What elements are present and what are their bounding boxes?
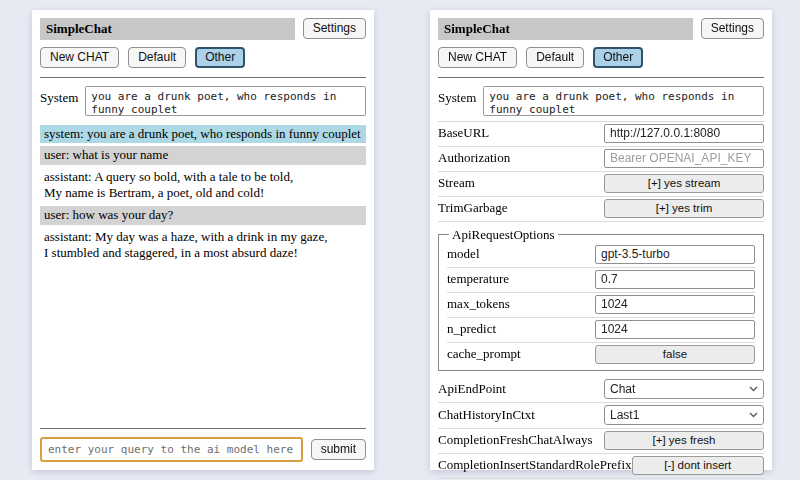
- divider: [438, 77, 764, 78]
- chat-message-user: user: what is your name: [40, 146, 366, 165]
- app-title: SimpleChat: [40, 18, 295, 40]
- chat-message-assistant: assistant: My day was a haze, with a dri…: [40, 228, 366, 263]
- setting-row-cache-prompt: cache_prompt false: [447, 343, 755, 367]
- new-chat-button[interactable]: New CHAT: [40, 47, 119, 68]
- setting-row-chathistoryinctxt: ChatHistoryInCtxt Last1: [438, 403, 764, 429]
- setting-row-completioninsertstandardroleprefix: CompletionInsertStandardRolePrefix [-] d…: [438, 454, 764, 479]
- temperature-label: temperature: [447, 271, 595, 287]
- settings-button[interactable]: Settings: [701, 18, 764, 39]
- stream-label: Stream: [438, 175, 604, 191]
- header: SimpleChat Settings: [40, 18, 366, 40]
- session-default-button[interactable]: Default: [526, 47, 584, 68]
- temperature-input[interactable]: [595, 270, 755, 289]
- chat-message-assistant: assistant: A query so bold, with a tale …: [40, 168, 366, 203]
- submit-button[interactable]: submit: [311, 439, 366, 460]
- system-label: System: [438, 86, 476, 106]
- max-tokens-input[interactable]: [595, 295, 755, 314]
- setting-row-apiendpoint: ApiEndPoint Chat: [438, 377, 764, 403]
- baseurl-label: BaseURL: [438, 125, 604, 141]
- model-label: model: [447, 246, 595, 262]
- page: SimpleChat Settings New CHAT Default Oth…: [0, 0, 800, 480]
- chathistoryinctxt-label: ChatHistoryInCtxt: [438, 407, 604, 423]
- setting-row-n-predict: n_predict: [447, 318, 755, 343]
- divider: [40, 77, 366, 78]
- session-buttons: New CHAT Default Other: [40, 47, 366, 68]
- settings-button[interactable]: Settings: [303, 18, 366, 39]
- setting-row-max-tokens: max_tokens: [447, 293, 755, 318]
- baseurl-input[interactable]: [604, 124, 764, 143]
- n-predict-input[interactable]: [595, 320, 755, 339]
- stream-toggle-button[interactable]: [+] yes stream: [604, 174, 764, 193]
- session-default-button[interactable]: Default: [128, 47, 186, 68]
- completioninsertstandardroleprefix-toggle-button[interactable]: [-] dont insert: [632, 456, 764, 475]
- system-label: System: [40, 86, 78, 106]
- api-request-options-fieldset: ApiRequestOptions model temperature max_…: [438, 227, 764, 371]
- apiendpoint-select[interactable]: Chat: [604, 379, 764, 399]
- setting-row-baseurl: BaseURL: [438, 122, 764, 147]
- n-predict-label: n_predict: [447, 321, 595, 337]
- header: SimpleChat Settings: [438, 18, 764, 40]
- setting-row-authorization: Authorization: [438, 147, 764, 172]
- trimgarbage-label: TrimGarbage: [438, 200, 604, 216]
- completionfreshchatalways-label: CompletionFreshChatAlways: [438, 432, 604, 448]
- system-prompt-input[interactable]: you are a drunk poet, who responds in fu…: [483, 86, 764, 116]
- settings-panel: SimpleChat Settings New CHAT Default Oth…: [430, 10, 772, 470]
- cache-prompt-label: cache_prompt: [447, 346, 595, 362]
- session-other-button[interactable]: Other: [593, 47, 643, 68]
- session-other-button[interactable]: Other: [195, 47, 245, 68]
- chat-panel: SimpleChat Settings New CHAT Default Oth…: [32, 10, 374, 470]
- app-title: SimpleChat: [438, 18, 693, 40]
- api-request-options-legend: ApiRequestOptions: [449, 227, 558, 243]
- completionfreshchatalways-toggle-button[interactable]: [+] yes fresh: [604, 431, 764, 450]
- session-buttons: New CHAT Default Other: [438, 47, 764, 68]
- chathistoryinctxt-select[interactable]: Last1: [604, 405, 764, 425]
- trimgarbage-toggle-button[interactable]: [+] yes trim: [604, 199, 764, 218]
- query-row: submit: [40, 437, 366, 462]
- max-tokens-label: max_tokens: [447, 296, 595, 312]
- completioninsertstandardroleprefix-label: CompletionInsertStandardRolePrefix: [438, 457, 632, 473]
- authorization-label: Authorization: [438, 150, 604, 166]
- chat-messages: system: you are a drunk poet, who respon…: [40, 118, 366, 425]
- setting-row-completionfreshchatalways: CompletionFreshChatAlways [+] yes fresh: [438, 429, 764, 454]
- new-chat-button[interactable]: New CHAT: [438, 47, 517, 68]
- system-prompt-row: System you are a drunk poet, who respond…: [438, 86, 764, 116]
- settings-list: BaseURL Authorization Stream [+] yes str…: [438, 121, 764, 479]
- system-prompt-input[interactable]: you are a drunk poet, who responds in fu…: [85, 86, 366, 116]
- setting-row-model: model: [447, 243, 755, 268]
- chat-message-system: system: you are a drunk poet, who respon…: [40, 125, 366, 144]
- setting-row-stream: Stream [+] yes stream: [438, 172, 764, 197]
- authorization-input[interactable]: [604, 149, 764, 168]
- setting-row-temperature: temperature: [447, 268, 755, 293]
- cache-prompt-toggle-button[interactable]: false: [595, 345, 755, 364]
- apiendpoint-label: ApiEndPoint: [438, 381, 604, 397]
- setting-row-trimgarbage: TrimGarbage [+] yes trim: [438, 197, 764, 222]
- chat-message-user: user: how was your day?: [40, 206, 366, 225]
- system-prompt-row: System you are a drunk poet, who respond…: [40, 86, 366, 116]
- model-input[interactable]: [595, 245, 755, 264]
- query-input[interactable]: [40, 437, 303, 462]
- divider: [40, 428, 366, 429]
